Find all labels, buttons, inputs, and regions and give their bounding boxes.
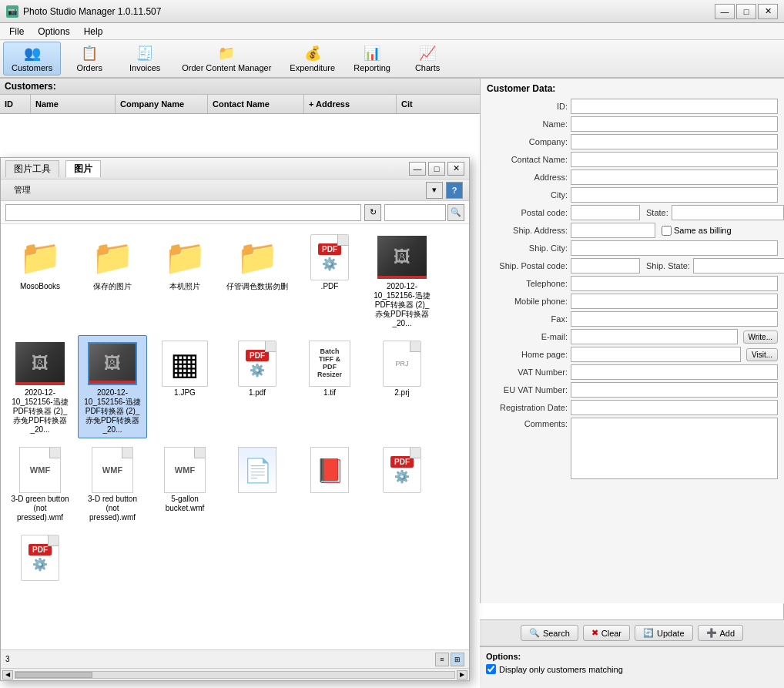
fe-minimize-button[interactable]: —: [409, 162, 426, 176]
toolbar-orders[interactable]: 📋 Orders: [62, 42, 116, 76]
fe-item-saved-photos[interactable]: 📁 保存的图片: [78, 229, 147, 332]
maximize-button[interactable]: □: [736, 4, 756, 19]
toolbar-invoices[interactable]: 🧾 Invoices: [118, 42, 172, 76]
fe-view-list-btn[interactable]: ≡: [435, 653, 449, 666]
field-email-label: E-mail:: [487, 332, 568, 341]
fe-item-color-data[interactable]: 📁 仔管调色数据勿删: [223, 229, 292, 332]
fe-item-prj[interactable]: PRJ 2.prj: [367, 335, 437, 438]
add-button[interactable]: ➕ Add: [698, 625, 744, 641]
display-matching-checkbox[interactable]: [486, 664, 496, 674]
fe-refresh-icon[interactable]: ↻: [364, 204, 381, 221]
toolbar-reporting-label: Reporting: [353, 63, 390, 72]
display-matching-label: Display only customers matching: [499, 665, 623, 674]
fe-maximize-button[interactable]: □: [428, 162, 445, 176]
add-label: Add: [720, 629, 735, 638]
reporting-icon: 📊: [363, 45, 381, 62]
search-button[interactable]: 🔍 Search: [521, 625, 578, 641]
field-city-input[interactable]: [571, 187, 778, 203]
menu-help[interactable]: Help: [78, 25, 109, 39]
field-homepage-input[interactable]: [571, 347, 741, 362]
fe-item-wmf-green[interactable]: WMF 3-D green button (not pressed).wmf: [5, 441, 75, 526]
fe-item-wmf-bucket[interactable]: WMF 5-gallon bucket.wmf: [150, 441, 219, 526]
fe-ribbon-expand-icon[interactable]: ▾: [426, 182, 443, 199]
fe-item-wmf-red[interactable]: WMF 3-D red button (not pressed).wmf: [78, 441, 147, 526]
fe-search-button[interactable]: 🔍: [447, 204, 464, 221]
field-ship-address-input[interactable]: [571, 223, 655, 238]
fe-item-wmf-red-label: 3-D red button (not pressed).wmf: [82, 495, 143, 522]
field-fax-input[interactable]: [571, 311, 778, 327]
close-button[interactable]: ✕: [758, 4, 778, 19]
toolbar-invoices-label: Invoices: [129, 63, 160, 72]
clear-button[interactable]: ✖ Clear: [583, 625, 630, 641]
field-homepage-label: Home page:: [487, 350, 568, 359]
field-company-input[interactable]: [571, 134, 778, 149]
toolbar-reporting[interactable]: 📊 Reporting: [345, 42, 399, 76]
col-header-company: Company Name: [116, 95, 208, 113]
qr-icon: ▦: [160, 339, 209, 388]
fe-item-tif[interactable]: BatchTIFF &PDFResizer 1.tif: [295, 335, 364, 438]
fe-help-icon[interactable]: ?: [446, 182, 463, 199]
field-ship-city-input[interactable]: [571, 240, 778, 256]
fe-item-pdf-2-label: 1.pdf: [249, 388, 266, 398]
minimize-button[interactable]: —: [715, 4, 735, 19]
update-button[interactable]: 🔄 Update: [635, 625, 692, 641]
menu-file[interactable]: File: [3, 25, 30, 39]
file-explorer: 图片工具 图片 — □ ✕ 管理 ▾ ? ↻: [0, 157, 470, 681]
field-same-billing-checkbox[interactable]: [662, 226, 672, 236]
fe-content[interactable]: 📁 MosoBooks 📁 保存的图片 📁 本机照片 📁 仔管调色数据勿删: [1, 224, 469, 649]
field-reg-date-input[interactable]: [571, 400, 778, 415]
fe-item-img-1[interactable]: 🖼 2020-12-10_152156-迅捷PDF转换器 (2)_赤兔PDF转换…: [367, 229, 437, 332]
fe-search-input[interactable]: [384, 204, 446, 221]
fe-scrollbar-h[interactable]: ◀ ▶: [1, 668, 469, 680]
visit-button[interactable]: Visit...: [746, 348, 778, 361]
col-header-name: Name: [31, 95, 116, 113]
field-state-label: State:: [646, 208, 668, 217]
pdf-3-icon: PDF ⚙️: [377, 445, 427, 495]
field-phone-input[interactable]: [571, 276, 778, 291]
fe-tab-photos[interactable]: 图片: [65, 160, 101, 177]
fe-scroll-right-btn[interactable]: ▶: [457, 670, 467, 680]
fe-item-word[interactable]: 📄: [223, 441, 292, 526]
toolbar-order-content[interactable]: 📁 Order Content Manager: [173, 42, 280, 76]
fe-view-icon-btn[interactable]: ⊞: [451, 653, 464, 666]
fe-item-img-3[interactable]: 🖼 2020-12-10_152156-迅捷PDF转换器 (2)_赤兔PDF转换…: [78, 335, 147, 438]
field-comments-textarea[interactable]: [571, 418, 778, 479]
field-eu-vat-input[interactable]: [571, 382, 778, 398]
toolbar-charts[interactable]: 📈 Charts: [400, 42, 454, 76]
field-name-input[interactable]: [571, 116, 778, 132]
fe-tab-tools[interactable]: 图片工具: [5, 160, 59, 177]
write-button[interactable]: Write...: [743, 331, 778, 344]
field-state-input[interactable]: [672, 205, 784, 220]
fe-item-qr[interactable]: ▦ 1.JPG: [150, 335, 219, 438]
fe-item-pdf-1[interactable]: PDF ⚙️ .PDF: [295, 229, 364, 332]
field-address-input[interactable]: [571, 169, 778, 185]
field-postal-input[interactable]: [571, 205, 640, 220]
fe-item-pdf-3[interactable]: PDF ⚙️: [367, 441, 437, 526]
toolbar-expenditure[interactable]: 💰 Expenditure: [281, 42, 343, 76]
field-mobile-input[interactable]: [571, 294, 778, 309]
field-contact-input[interactable]: [571, 152, 778, 167]
fe-ribbon-manage[interactable]: 管理: [7, 182, 38, 198]
title-bar-left: 📷 Photo Studio Manager 1.0.11.507: [6, 5, 161, 18]
toolbar-customers[interactable]: 👥 Customers: [3, 42, 61, 76]
field-ship-state-input[interactable]: [693, 258, 784, 274]
field-ship-postal-input[interactable]: [571, 258, 640, 274]
wmf-green-icon: WMF: [15, 445, 65, 495]
fe-item-img-2[interactable]: 🖼 2020-12-10_152156-迅捷PDF转换器 (2)_赤兔PDF转换…: [5, 335, 75, 438]
fe-close-button[interactable]: ✕: [447, 162, 464, 176]
menu-options[interactable]: Options: [32, 25, 75, 39]
fe-address-input[interactable]: [5, 204, 361, 221]
fe-item-pdf-2[interactable]: PDF ⚙️ 1.pdf: [223, 335, 292, 438]
field-postal-label: Postal code:: [487, 208, 568, 217]
customer-data-title: Customer Data:: [487, 83, 778, 94]
fe-scroll-thumb-h[interactable]: [15, 672, 92, 678]
fe-item-mosobooks[interactable]: 📁 MosoBooks: [5, 229, 75, 332]
fe-scroll-left-btn[interactable]: ◀: [2, 670, 13, 680]
field-vat-input[interactable]: [571, 364, 778, 380]
fe-item-pdf-4[interactable]: PDF ⚙️: [5, 529, 75, 586]
field-email-input[interactable]: [571, 329, 738, 344]
field-id-input[interactable]: [571, 99, 778, 114]
fe-item-acrobat[interactable]: 📕: [295, 441, 364, 526]
prj-icon: PRJ: [377, 339, 427, 388]
fe-item-local-photos[interactable]: 📁 本机照片: [150, 229, 219, 332]
